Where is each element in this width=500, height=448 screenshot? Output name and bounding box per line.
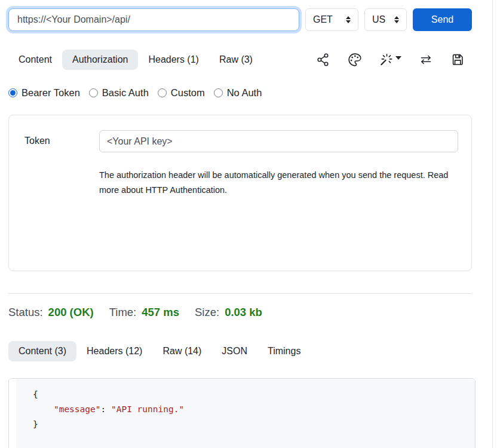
json-close-brace: } — [33, 419, 38, 429]
response-tab-json[interactable]: JSON — [211, 341, 257, 361]
auth-option-bearer[interactable]: Bearer Token — [8, 87, 80, 99]
send-button[interactable]: Send — [413, 8, 472, 31]
magic-wand-icon[interactable] — [379, 53, 401, 67]
request-toolbar — [316, 53, 472, 67]
content-right-divider — [492, 0, 493, 448]
bearer-token-panel: Token The authorization header will be a… — [8, 115, 472, 271]
response-tab-content[interactable]: Content (3) — [8, 341, 76, 361]
response-tab-timings[interactable]: Timings — [257, 341, 311, 361]
response-tab-headers[interactable]: Headers (12) — [76, 341, 152, 361]
tab-authorization[interactable]: Authorization — [62, 50, 138, 70]
auth-option-label: No Auth — [227, 87, 262, 99]
token-input[interactable] — [99, 130, 458, 152]
method-select-value: GET — [313, 14, 333, 25]
palette-icon[interactable] — [348, 53, 362, 67]
json-value: "API running." — [111, 404, 184, 414]
section-divider — [8, 293, 472, 294]
token-label: Token — [24, 130, 99, 152]
chevron-down-icon — [395, 56, 401, 60]
time-stat: Time: 457 ms — [109, 306, 179, 319]
status-stat: Status: 200 (OK) — [8, 306, 94, 319]
response-body-block: { "message": "API running." } — [8, 378, 476, 448]
select-arrows-icon — [394, 16, 399, 23]
tab-headers[interactable]: Headers (1) — [138, 50, 208, 70]
request-bar: GET US Send — [8, 8, 472, 31]
auth-option-noauth[interactable]: No Auth — [214, 87, 262, 99]
url-input[interactable] — [8, 8, 299, 31]
swap-arrows-icon[interactable] — [419, 53, 433, 67]
time-label: Time: — [109, 306, 137, 319]
radio-icon[interactable] — [214, 88, 223, 97]
tab-raw[interactable]: Raw (3) — [209, 50, 263, 70]
json-key: "message" — [54, 404, 101, 414]
tab-content[interactable]: Content — [8, 50, 62, 70]
radio-icon[interactable] — [158, 88, 167, 97]
size-stat: Size: 0.03 kb — [195, 306, 262, 319]
auth-option-label: Basic Auth — [102, 87, 149, 99]
auth-option-label: Bearer Token — [22, 87, 80, 99]
size-value: 0.03 kb — [225, 306, 262, 319]
radio-icon[interactable] — [89, 88, 98, 97]
time-value: 457 ms — [142, 306, 179, 319]
response-tabs: Content (3) Headers (12) Raw (14) JSON T… — [8, 341, 472, 361]
response-status-bar: Status: 200 (OK) Time: 457 ms Size: 0.03… — [8, 306, 472, 319]
region-select-value: US — [372, 14, 385, 25]
status-label: Status: — [8, 306, 43, 319]
status-value: 200 (OK) — [48, 306, 94, 319]
auth-option-label: Custom — [171, 87, 205, 99]
request-tabs: Content Authorization Headers (1) Raw (3… — [8, 50, 472, 70]
radio-selected-icon[interactable] — [8, 88, 17, 97]
method-select[interactable]: GET — [305, 8, 358, 31]
json-open-brace: { — [33, 389, 38, 399]
auth-option-custom[interactable]: Custom — [158, 87, 205, 99]
response-json: { "message": "API running." } — [16, 379, 475, 448]
auth-type-options: Bearer Token Basic Auth Custom No Auth — [8, 87, 472, 99]
token-help-text: The authorization header will be automat… — [99, 168, 449, 198]
region-select[interactable]: US — [364, 8, 407, 31]
share-icon[interactable] — [316, 53, 330, 67]
size-label: Size: — [195, 306, 219, 319]
save-icon[interactable] — [450, 53, 465, 67]
select-arrows-icon — [346, 16, 351, 23]
api-tester-page: GET US Send Content Authorization Header… — [0, 0, 472, 448]
json-separator: : — [101, 404, 111, 414]
response-tab-raw[interactable]: Raw (14) — [152, 341, 211, 361]
auth-option-basic[interactable]: Basic Auth — [89, 87, 149, 99]
